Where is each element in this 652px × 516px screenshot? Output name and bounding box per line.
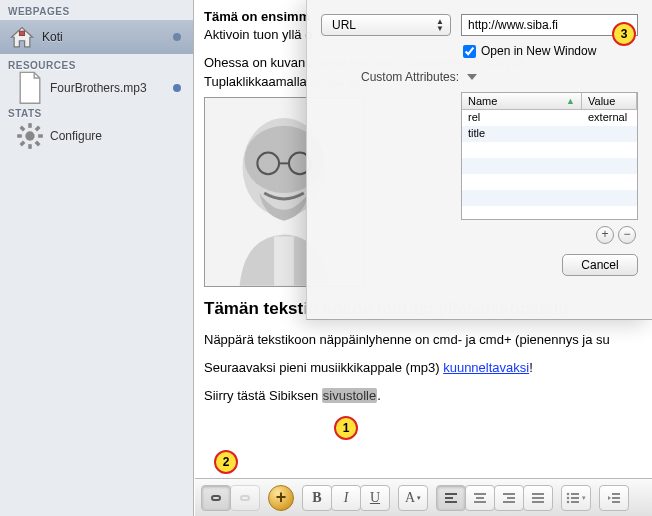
add-attribute-button[interactable]: + <box>596 226 614 244</box>
link-kuunneltavaksi[interactable]: kuunneltavaksi <box>443 360 529 375</box>
link-type-value: URL <box>332 18 356 32</box>
remove-attribute-button[interactable]: − <box>618 226 636 244</box>
text-line: Ohessa on kuvani, <box>204 55 312 70</box>
insert-link-button[interactable] <box>201 485 231 511</box>
svg-point-30 <box>567 496 570 499</box>
sidebar-item-fourbrothers[interactable]: FourBrothers.mp3 <box>0 74 193 102</box>
svg-line-6 <box>21 127 25 131</box>
sidebar-item-configure[interactable]: Configure <box>0 122 193 150</box>
svg-rect-0 <box>19 31 24 35</box>
paragraph-music: Seuraavaksi pieni musiikkikappale (mp3) … <box>204 359 644 377</box>
italic-button[interactable]: I <box>331 485 361 511</box>
custom-attributes-toggle[interactable]: Custom Attributes: <box>361 70 638 84</box>
annotation-callout-3: 3 <box>612 22 636 46</box>
paragraph-siirry: Siirry tästä Sibiksen sivustolle. <box>204 387 644 405</box>
sidebar-item-koti[interactable]: Koti <box>0 20 193 54</box>
annotation-callout-2: 2 <box>214 450 238 474</box>
heading-2: Tämän tekst <box>204 299 303 318</box>
annotation-callout-1: 1 <box>334 416 358 440</box>
outdent-button[interactable] <box>599 485 629 511</box>
sidebar-item-label: Koti <box>42 30 173 44</box>
paragraph-shortcut: Näppärä tekstikoon näppäinlyhenne on cmd… <box>204 331 644 349</box>
link-inspector-sheet: URL ▲▼ Open in New Window Custom Attribu… <box>306 0 652 320</box>
underline-button[interactable]: U <box>360 485 390 511</box>
sidebar-section-webpages: WEBPAGES <box>0 0 193 20</box>
svg-line-9 <box>36 127 40 131</box>
svg-point-1 <box>25 131 34 140</box>
col-name[interactable]: Name▲ <box>462 93 582 109</box>
table-header: Name▲ Value <box>462 93 637 110</box>
sidebar-item-label: FourBrothers.mp3 <box>50 81 173 95</box>
home-icon <box>8 24 36 50</box>
cancel-button[interactable]: Cancel <box>562 254 638 276</box>
table-row[interactable]: title <box>462 126 637 142</box>
open-new-window-checkbox[interactable]: Open in New Window <box>463 44 638 58</box>
selected-text[interactable]: sivustolle <box>322 388 377 403</box>
add-element-button[interactable]: + <box>268 485 294 511</box>
svg-line-8 <box>21 142 25 146</box>
table-row[interactable]: rel external <box>462 110 637 126</box>
align-justify-button[interactable] <box>523 485 553 511</box>
gear-icon <box>16 123 44 149</box>
link-type-combo[interactable]: URL ▲▼ <box>321 14 451 36</box>
attributes-table[interactable]: Name▲ Value rel external title . . . . <box>461 92 638 220</box>
text-line: Tuplaklikkaamalla <box>204 74 307 89</box>
col-value[interactable]: Value <box>582 93 637 109</box>
list-button[interactable]: ▾ <box>561 485 591 511</box>
svg-point-29 <box>567 492 570 495</box>
bold-button[interactable]: B <box>302 485 332 511</box>
align-center-button[interactable] <box>465 485 495 511</box>
disclosure-icon <box>467 74 477 80</box>
sidebar-section-stats: STATS <box>0 102 193 122</box>
status-dot-icon <box>173 84 181 92</box>
text-line: Aktivoin tuon yllä o <box>204 27 312 42</box>
text-bold-line: Tämä on ensimm <box>204 9 310 24</box>
align-right-button[interactable] <box>494 485 524 511</box>
svg-line-7 <box>36 142 40 146</box>
text-color-button[interactable]: A▾ <box>398 485 428 511</box>
format-toolbar: + B I U A▾ ▾ <box>195 478 652 516</box>
svg-point-31 <box>567 500 570 503</box>
status-dot-icon <box>173 33 181 41</box>
align-left-button[interactable] <box>436 485 466 511</box>
svg-marker-38 <box>608 496 611 500</box>
sidebar-item-label: Configure <box>50 129 185 143</box>
remove-link-button[interactable] <box>230 485 260 511</box>
sidebar: WEBPAGES Koti RESOURCES FourBrothers.mp3… <box>0 0 194 516</box>
updown-icon: ▲▼ <box>436 18 444 32</box>
file-icon <box>16 75 44 101</box>
svg-rect-16 <box>274 236 294 285</box>
open-new-window-input[interactable] <box>463 45 476 58</box>
